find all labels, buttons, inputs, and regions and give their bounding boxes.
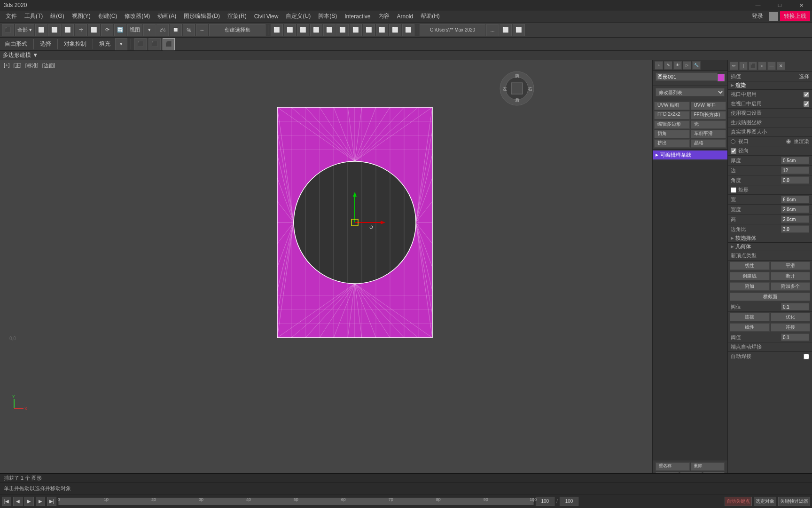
menu-modifier[interactable]: 修改器(M) [121, 11, 154, 21]
lattice-btn[interactable]: 晶格 [691, 139, 726, 148]
select-obj-btn[interactable]: 选定对象 [754, 497, 776, 506]
angle-input[interactable] [781, 176, 809, 184]
edit-poly-btn[interactable]: 编辑多边形 [654, 120, 690, 129]
rendering-section-header[interactable]: 渲染 [728, 81, 812, 90]
geometry-header[interactable]: 几何体 [728, 243, 812, 251]
snap-toggle-btn[interactable]: 🔲 [170, 24, 182, 36]
frp-icon1[interactable]: ✏ [730, 62, 738, 70]
select-btn5[interactable]: ⬜ [88, 24, 100, 36]
close-button[interactable]: ✕ [790, 0, 812, 10]
viewport-edgeface[interactable]: [边面] [42, 62, 55, 69]
connect2-btn[interactable]: 连接 [771, 323, 811, 332]
object-name-input[interactable] [656, 72, 718, 81]
smooth-btn[interactable]: 平滑 [771, 262, 811, 270]
thickness-input[interactable] [781, 157, 809, 164]
align-btn2[interactable]: ⬜ [297, 24, 309, 36]
select-btn4[interactable]: ✛ [75, 24, 87, 36]
material-btn[interactable]: ⬜ [363, 24, 375, 36]
viewport[interactable]: [+] [正] [标准] [边面] [0, 60, 652, 483]
align-btn[interactable]: ⬜ [284, 24, 296, 36]
view-mode-dropdown[interactable]: 视图 [127, 24, 142, 36]
menu-interactive[interactable]: Interactive [341, 12, 374, 21]
select-btn6[interactable]: ⟳ [101, 24, 113, 36]
frp-icon2[interactable]: | [739, 62, 748, 70]
chamfer-btn[interactable]: 切角 [654, 130, 690, 138]
tb2-icon2[interactable]: ⬛ [148, 38, 161, 50]
toolbar-dropdown2[interactable]: ▾ [143, 24, 156, 36]
attach-btn[interactable]: 附加 [730, 282, 770, 291]
menu-graph-editor[interactable]: 图形编辑器(D) [180, 11, 224, 21]
sides-input[interactable] [781, 167, 809, 174]
profile-icon[interactable] [769, 12, 778, 21]
viewport-radio[interactable] [731, 139, 735, 144]
frp-icon5[interactable]: — [767, 62, 776, 70]
menu-login[interactable]: 登录 [748, 11, 767, 21]
viewport-standard[interactable]: [标准] [25, 62, 39, 69]
prev-frame-btn[interactable]: |◀ [2, 497, 11, 506]
select-btn2[interactable]: ⬜ [48, 24, 61, 36]
frame-input[interactable]: 100 [536, 497, 554, 506]
radial-check[interactable] [731, 148, 736, 154]
timeline-track[interactable]: 0 10 20 30 40 50 60 70 80 90 100 [58, 498, 534, 505]
next-frame-btn[interactable]: ▶| [47, 497, 56, 506]
uvw-unfold-btn[interactable]: UVW 展开 [691, 102, 726, 110]
delete-btn[interactable]: 删除 [691, 462, 725, 471]
render-btn[interactable]: ⬜ [402, 24, 414, 36]
rerender-radio[interactable] [786, 139, 791, 144]
active-modifier-item[interactable]: 可编辑样条线 [653, 151, 727, 159]
extras-btn1[interactable]: ⬜ [500, 24, 512, 36]
menu-custom[interactable]: 自定义(U) [282, 11, 314, 21]
prev-key-btn[interactable]: ◀ [13, 497, 23, 506]
corner-input[interactable] [781, 225, 809, 233]
path-display[interactable]: C:\Users\** Max 2020 [420, 24, 485, 36]
snap-btn3[interactable]: ↔ [196, 24, 208, 36]
soft-select-header[interactable]: 软选择体 [728, 234, 812, 243]
render-setup-btn[interactable]: ⬜ [376, 24, 388, 36]
menu-arnold[interactable]: Arnold [393, 12, 417, 21]
object-color-swatch[interactable] [718, 74, 725, 81]
menu-view[interactable]: 视图(Y) [68, 11, 94, 21]
menu-help[interactable]: 帮助(H) [417, 11, 444, 21]
menu-content[interactable]: 内容 [375, 11, 393, 21]
menu-file[interactable]: 文件 [2, 11, 21, 21]
rp-utility-btn[interactable]: 🔧 [692, 61, 701, 70]
extrude-btn[interactable]: 挤出 [654, 139, 690, 148]
attach-multi-btn[interactable]: 附加多个 [771, 282, 811, 291]
maximize-button[interactable]: □ [769, 0, 790, 10]
optimize-btn[interactable]: 优化 [771, 313, 811, 321]
fill-dropdown[interactable]: ▾ [115, 38, 127, 50]
create-line-btn[interactable]: 创建线 [730, 272, 770, 280]
snap-3d-btn[interactable]: 2½ [156, 24, 169, 36]
path-browse-btn[interactable]: ... [486, 24, 499, 36]
tb2-icon3[interactable]: ⬛ [163, 38, 175, 50]
mirror-btn[interactable]: ⬜ [271, 24, 283, 36]
all-dropdown[interactable]: 全部 ▾ [15, 24, 34, 36]
viewport-plus[interactable]: [+] [4, 62, 10, 69]
align-btn3[interactable]: ⬜ [310, 24, 322, 36]
select-btn3[interactable]: ⬜ [62, 24, 74, 36]
rp-display-btn[interactable]: 👁 [673, 61, 682, 70]
linear2-btn[interactable]: 线性 [730, 323, 770, 332]
auto-weld-check[interactable] [804, 354, 809, 359]
menu-animate[interactable]: 动画(A) [154, 11, 180, 21]
schematic-btn[interactable]: ⬜ [350, 24, 362, 36]
width2-input[interactable] [781, 206, 809, 213]
width1-input[interactable] [781, 196, 809, 203]
minimize-button[interactable]: — [747, 0, 769, 10]
menu-civil-view[interactable]: Civil View [250, 12, 282, 21]
menu-scripting[interactable]: 脚本(S) [314, 11, 341, 21]
menu-create[interactable]: 创建(C) [94, 11, 121, 21]
rename-btn[interactable]: 重名称 [656, 462, 690, 471]
rp-motion-btn[interactable]: ▷ [683, 61, 691, 70]
menu-group[interactable]: 组(G) [47, 11, 68, 21]
in-renderer-check[interactable] [804, 92, 809, 97]
threshold2-input[interactable] [781, 333, 809, 341]
connect-btn[interactable]: 连接 [730, 313, 770, 321]
curve-editor-btn[interactable]: ⬜ [336, 24, 349, 36]
named-selection[interactable]: 创建选择集 [209, 24, 265, 36]
linear-btn[interactable]: 线性 [730, 262, 770, 270]
height-input[interactable] [781, 215, 809, 223]
break-btn[interactable]: 断开 [771, 272, 811, 280]
frp-icon4[interactable]: ○ [758, 62, 766, 70]
play-btn[interactable]: ▶ [24, 497, 34, 506]
